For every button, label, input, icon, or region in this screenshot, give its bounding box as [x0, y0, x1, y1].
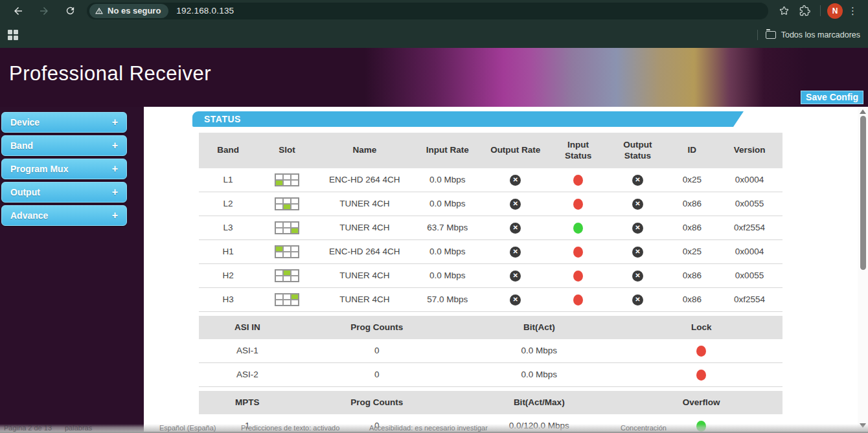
status-dot-icon [573, 247, 583, 258]
cross-circle-icon [510, 271, 521, 282]
table-row: L3 TUNER 4CH 63.7 Mbps 0x86 0xf2554 [199, 216, 782, 240]
cross-circle-icon [632, 199, 643, 210]
band-cell: H2 [199, 264, 257, 287]
slot-position-icon [275, 197, 299, 210]
version-cell: 0x0004 [716, 168, 782, 192]
sidebar-item-band[interactable]: Band + [1, 135, 127, 156]
col-input-rate: Input Rate [413, 133, 483, 168]
cross-circle-icon [632, 247, 643, 258]
browser-chrome: No es seguro 192.168.0.135 N ⋮ Todos los… [0, 0, 868, 48]
table-row: ASI-2 0 0.0 Mbps [199, 363, 782, 387]
id-cell: 0x86 [667, 264, 716, 287]
col-bit-act-max: Bit(Act/Max) [458, 391, 620, 414]
id-cell: 0x86 [667, 216, 716, 239]
bookmark-star-icon[interactable] [775, 2, 793, 20]
toolbar-separator [820, 5, 821, 16]
lock-status-dot-icon [696, 370, 706, 381]
col-asi-in: ASI IN [199, 316, 296, 339]
input-rate-cell: 0.0 Mbps [413, 168, 483, 192]
cross-circle-icon [510, 223, 521, 234]
forward-icon[interactable] [35, 2, 53, 20]
scrollbar-thumb[interactable] [860, 116, 866, 270]
overlay-status-text: Predicciones de texto: activado [241, 424, 339, 432]
sidebar-item-label: Output [10, 187, 40, 197]
band-cell: L1 [199, 168, 257, 192]
col-output-status: Output Status [615, 133, 660, 168]
app-header: Professional Receiver Save Config [0, 48, 868, 107]
slot-position-icon [275, 245, 299, 258]
slot-position-icon [275, 269, 299, 282]
input-rate-cell: 63.7 Mbps [413, 216, 483, 239]
col-input-status: Input Status [556, 133, 601, 168]
table-row: H1 ENC-HD 264 4CH 0.0 Mbps 0x25 0x0004 [199, 240, 782, 264]
cross-circle-icon [510, 199, 521, 210]
security-chip[interactable]: No es seguro [89, 4, 168, 18]
address-bar[interactable]: No es seguro 192.168.0.135 [87, 3, 768, 19]
sidebar-item-device[interactable]: Device + [1, 112, 127, 133]
name-cell: ENC-HD 264 4CH [317, 240, 413, 263]
reload-icon[interactable] [61, 2, 79, 20]
overlay-status-text: palabras [65, 424, 92, 432]
browser-toolbar: No es seguro 192.168.0.135 N ⋮ [0, 0, 868, 21]
page-title: Professional Receiver [9, 62, 211, 85]
page-scrollbar[interactable] [858, 107, 868, 433]
version-cell: 0xf2554 [716, 288, 782, 311]
band-cell: H1 [199, 240, 257, 263]
table-row: L2 TUNER 4CH 0.0 Mbps 0x86 0x0055 [199, 192, 782, 216]
asi-name-cell: ASI-2 [199, 363, 296, 386]
apps-grid-icon[interactable] [8, 30, 18, 40]
sidebar-item-label: Program Mux [10, 164, 68, 174]
input-rate-cell: 57.0 Mbps [413, 288, 483, 311]
cross-circle-icon [632, 223, 643, 234]
version-cell: 0x0055 [716, 192, 782, 216]
cross-circle-icon [632, 271, 643, 282]
col-mpts: MPTS [199, 391, 296, 414]
lock-status-dot-icon [696, 346, 706, 357]
band-cell: L3 [199, 216, 257, 239]
profile-avatar[interactable]: N [827, 3, 843, 19]
name-cell: TUNER 4CH [317, 264, 413, 287]
bit-cell: 0.0 Mbps [458, 363, 620, 386]
bookmarks-bar: Todos los marcadores [0, 21, 868, 48]
expand-plus-icon: + [112, 117, 118, 128]
sidebar-item-output[interactable]: Output + [1, 182, 127, 203]
col-output-rate: Output Rate [483, 133, 549, 168]
all-bookmarks-label[interactable]: Todos los marcadores [781, 30, 860, 39]
name-cell: ENC-HD 264 4CH [317, 168, 413, 192]
status-dot-icon [573, 223, 583, 234]
scrollbar-up-icon[interactable] [860, 109, 866, 114]
sidebar-item-program-mux[interactable]: Program Mux + [1, 159, 127, 179]
overlay-status-text: Concentración [621, 424, 667, 432]
cross-circle-icon [510, 247, 521, 258]
sidebar-item-label: Advance [10, 210, 48, 221]
bit-cell: 0.0 Mbps [458, 339, 620, 362]
table-row: H2 TUNER 4CH 0.0 Mbps 0x86 0x0055 [199, 264, 782, 288]
cross-circle-icon [632, 175, 643, 186]
band-cell: L2 [199, 192, 257, 216]
overlay-status-text: Accesibilidad: es necesario investigar [369, 424, 488, 432]
save-config-button[interactable]: Save Config [801, 91, 863, 104]
prog-counts-cell: 0 [296, 363, 458, 386]
expand-plus-icon: + [112, 210, 118, 221]
col-slot: Slot [257, 133, 317, 168]
extensions-icon[interactable] [795, 2, 814, 20]
url-text[interactable]: 192.168.0.135 [176, 6, 234, 16]
menu-kebab-icon[interactable]: ⋮ [845, 5, 863, 17]
table-row: ASI-1 0 0.0 Mbps [199, 339, 782, 363]
sidebar-item-label: Device [10, 117, 40, 128]
mpts-table-header: MPTS Prog Counts Bit(Act/Max) Overflow [199, 391, 782, 414]
back-icon[interactable] [9, 2, 27, 20]
col-version: Version [716, 133, 782, 168]
sidebar-item-label: Band [10, 140, 33, 151]
main-content: STATUS Band Slot Name Input Rate Output … [144, 107, 868, 433]
name-cell: TUNER 4CH [317, 216, 413, 239]
status-table-header: Band Slot Name Input Rate Output Rate In… [199, 133, 782, 168]
warning-icon [95, 6, 104, 15]
name-cell: TUNER 4CH [317, 192, 413, 216]
sidebar-item-advance[interactable]: Advance + [1, 205, 127, 226]
bookmarks-separator [757, 30, 758, 40]
expand-plus-icon: + [112, 140, 118, 151]
status-dot-icon [573, 175, 583, 186]
band-cell: H3 [199, 288, 257, 311]
cross-circle-icon [510, 175, 521, 186]
